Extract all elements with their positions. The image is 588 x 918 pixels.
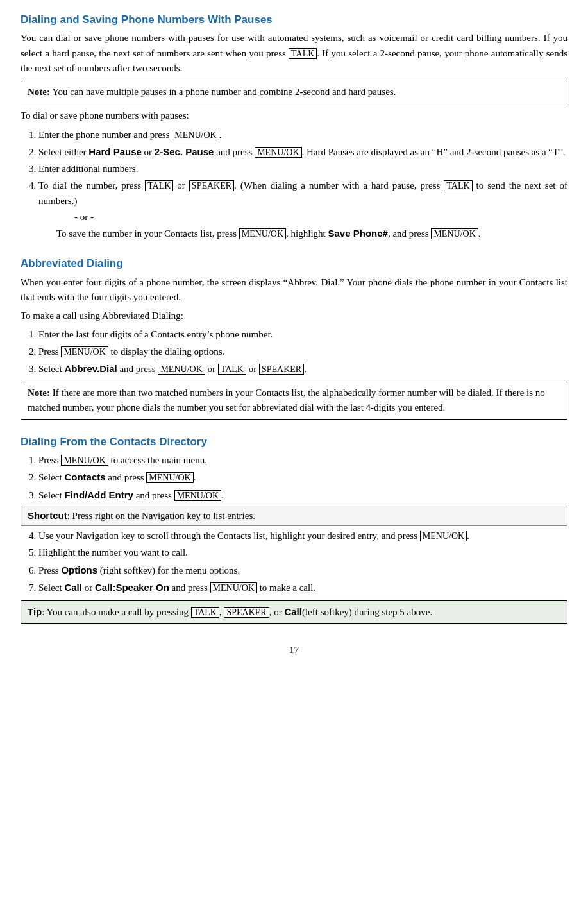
step-3-4: Use your Navigation key to scroll throug…	[38, 529, 567, 543]
menu-ok-kbd-8: MENU/OK	[146, 472, 193, 483]
talk-kbd-4: TALK	[218, 364, 246, 375]
tip-box: Tip: You can also make a call by pressin…	[21, 600, 567, 624]
talk-kbd-3: TALK	[444, 180, 472, 191]
step-1-1: Enter the phone number and press MENU/OK…	[38, 128, 567, 142]
speaker-kbd-2: SPEAKER	[259, 364, 304, 375]
menu-ok-kbd-3: MENU/OK	[239, 228, 286, 239]
or-line: - or -	[74, 210, 567, 225]
note-label-2: Note:	[28, 387, 50, 398]
section-1-title: Dialing and Saving Phone Numbers With Pa…	[21, 12, 567, 28]
section-2-para1: When you enter four digits of a phone nu…	[21, 275, 567, 305]
section-1: Dialing and Saving Phone Numbers With Pa…	[21, 12, 567, 241]
step-2-2: Press MENU/OK to display the dialing opt…	[38, 344, 567, 359]
section-1-para1: You can dial or save phone numbers with …	[21, 31, 567, 76]
menu-ok-kbd-5: MENU/OK	[61, 346, 108, 357]
menu-ok-kbd-6: MENU/OK	[158, 364, 205, 375]
menu-ok-kbd-10: MENU/OK	[420, 531, 467, 541]
step-1-3: Enter additional numbers.	[38, 162, 567, 176]
menu-ok-kbd-1: MENU/OK	[172, 130, 219, 140]
shortcut-text: : Press right on the Navigation key to l…	[67, 511, 255, 521]
menu-ok-kbd-9: MENU/OK	[174, 490, 221, 501]
section-2-note: Note: If there are more than two matched…	[21, 382, 567, 420]
talk-kbd-5: TALK	[191, 607, 219, 618]
step-3-7: Select Call or Call:Speaker On and press…	[38, 580, 567, 595]
section-3-steps-a: Press MENU/OK to access the main menu. S…	[38, 453, 567, 503]
tip-text-after: (left softkey) during step 5 above.	[302, 607, 432, 617]
note-label-1: Note:	[28, 87, 50, 97]
step-3-6: Press Options (right softkey) for the me…	[38, 563, 567, 578]
section-1-note: Note: You can have multiple pauses in a …	[21, 81, 567, 103]
section-1-steps: Enter the phone number and press MENU/OK…	[38, 128, 567, 242]
section-1-intro: To dial or save phone numbers with pause…	[21, 108, 567, 123]
step-2-1: Enter the last four digits of a Contacts…	[38, 327, 567, 342]
tip-call-bold: Call	[284, 606, 302, 617]
step-3-5: Highlight the number you want to call.	[38, 545, 567, 560]
section-3-title: Dialing From the Contacts Directory	[21, 434, 567, 450]
step-1-4: To dial the number, press TALK or SPEAKE…	[38, 178, 567, 241]
step-3-1: Press MENU/OK to access the main menu.	[38, 453, 567, 468]
speaker-kbd-3: SPEAKER	[224, 607, 269, 618]
tip-sep-2: , or	[269, 607, 285, 617]
shortcut-box: Shortcut: Press right on the Navigation …	[21, 506, 567, 526]
page-number: 17	[21, 643, 567, 658]
section-2: Abbreviated Dialing When you enter four …	[21, 255, 567, 419]
save-line: To save the number in your Contacts list…	[56, 226, 567, 241]
step-3-3: Select Find/Add Entry and press MENU/OK.	[38, 488, 567, 503]
tip-text-before: : You can also make a call by pressing	[42, 607, 190, 617]
step-3-2: Select Contacts and press MENU/OK.	[38, 470, 567, 485]
section-2-intro: To make a call using Abbreviated Dialing…	[21, 309, 567, 323]
step-1-2: Select either Hard Pause or 2-Sec. Pause…	[38, 144, 567, 160]
talk-kbd-1: TALK	[289, 48, 317, 59]
section-3-steps-b: Use your Navigation key to scroll throug…	[38, 529, 567, 595]
note-text-2: If there are more than two matched numbe…	[28, 387, 545, 412]
shortcut-label: Shortcut	[28, 510, 67, 521]
menu-ok-kbd-4: MENU/OK	[431, 228, 478, 239]
note-text-1: You can have multiple pauses in a phone …	[50, 87, 396, 97]
menu-ok-kbd-2: MENU/OK	[255, 147, 301, 158]
step-2-3: Select Abbrev.Dial and press MENU/OK or …	[38, 361, 567, 377]
section-2-steps: Enter the last four digits of a Contacts…	[38, 327, 567, 377]
speaker-kbd-1: SPEAKER	[189, 180, 234, 191]
section-2-title: Abbreviated Dialing	[21, 255, 567, 272]
tip-label: Tip	[28, 606, 42, 617]
talk-kbd-2: TALK	[145, 180, 173, 191]
section-3: Dialing From the Contacts Directory Pres…	[21, 434, 567, 624]
menu-ok-kbd-7: MENU/OK	[61, 455, 108, 466]
menu-ok-kbd-11: MENU/OK	[210, 582, 257, 593]
